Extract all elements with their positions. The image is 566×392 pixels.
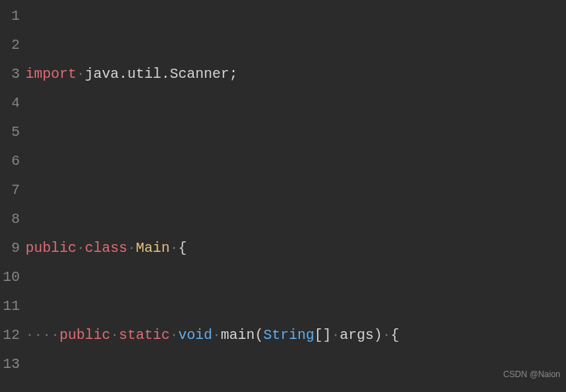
line-number: 3 xyxy=(0,59,20,88)
keyword-public: public xyxy=(25,240,76,256)
line-number: 12 xyxy=(0,321,20,350)
package-name: java.util.Scanner xyxy=(85,66,229,82)
line-number: 7 xyxy=(0,175,20,204)
keyword-void: void xyxy=(178,327,212,343)
method-main: main xyxy=(221,327,255,343)
line-number: 5 xyxy=(0,117,20,146)
line-number: 6 xyxy=(0,146,20,175)
keyword-static: static xyxy=(119,327,170,343)
class-name: Main xyxy=(136,240,170,256)
keyword-import: import xyxy=(25,66,76,82)
line-number: 9 xyxy=(0,234,20,263)
keyword-public: public xyxy=(59,327,110,343)
line-number: 8 xyxy=(0,204,20,234)
line-number: 2 xyxy=(0,30,20,59)
line-number: 10 xyxy=(0,263,20,292)
line-number: 11 xyxy=(0,292,20,321)
keyword-class: class xyxy=(85,240,127,256)
code-area[interactable]: import·java.util.Scanner; public·class·M… xyxy=(25,1,566,392)
type-string: String xyxy=(263,327,314,343)
code-line-1: import·java.util.Scanner; xyxy=(25,59,566,88)
watermark: CSDN @Naion xyxy=(503,360,560,389)
code-editor: 1 2 3 4 5 6 7 8 9 10 11 12 13 import·jav… xyxy=(0,0,566,392)
code-line-2 xyxy=(25,146,566,175)
line-number: 4 xyxy=(0,88,20,117)
line-number: 13 xyxy=(0,350,20,379)
line-number: 1 xyxy=(0,1,20,30)
code-line-3: public·class·Main·{ xyxy=(25,234,566,263)
code-line-4: ····public·static·void·main(String[]·arg… xyxy=(25,321,566,350)
param-args: args xyxy=(340,327,374,343)
line-gutter: 1 2 3 4 5 6 7 8 9 10 11 12 13 xyxy=(0,1,25,392)
